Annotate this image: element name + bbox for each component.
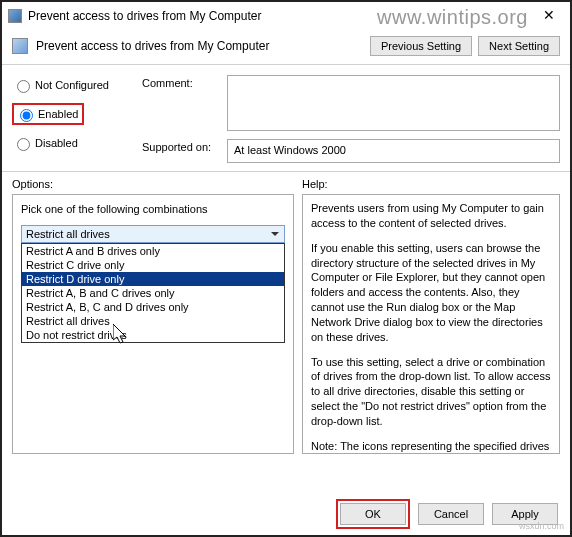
help-pane[interactable]: Prevents users from using My Computer to…	[302, 194, 560, 454]
close-button[interactable]: ✕	[532, 6, 566, 26]
drive-combo-option[interactable]: Restrict A, B and C drives only	[22, 286, 284, 300]
titlebar: Prevent access to drives from My Compute…	[2, 2, 570, 30]
radio-not-configured-label: Not Configured	[35, 79, 109, 91]
radio-group: Not Configured Enabled Disabled	[12, 75, 142, 163]
help-paragraph: Prevents users from using My Computer to…	[311, 201, 551, 231]
drive-combo-option[interactable]: Restrict C drive only	[22, 258, 284, 272]
drive-combo-option[interactable]: Restrict D drive only	[22, 272, 284, 286]
radio-disabled-input[interactable]	[17, 138, 30, 151]
supported-on-value: At least Windows 2000	[227, 139, 560, 163]
policy-icon	[12, 38, 28, 54]
drive-combo-list[interactable]: Restrict A and B drives onlyRestrict C d…	[21, 243, 285, 343]
drive-combo-option[interactable]: Do not restrict drives	[22, 328, 284, 342]
drive-combo-display[interactable]: Restrict all drives	[21, 225, 285, 243]
comment-textarea[interactable]	[227, 75, 560, 131]
options-prompt: Pick one of the following combinations	[21, 203, 285, 215]
drive-combo-option[interactable]: Restrict A and B drives only	[22, 244, 284, 258]
help-paragraph: Note: The icons representing the specifi…	[311, 439, 551, 454]
radio-enabled[interactable]: Enabled	[15, 106, 78, 122]
footer-buttons: OK Cancel Apply	[336, 499, 558, 529]
radio-enabled-label: Enabled	[38, 108, 78, 120]
ok-highlight-box: OK	[336, 499, 410, 529]
help-paragraph: To use this setting, select a drive or c…	[311, 355, 551, 429]
apply-button[interactable]: Apply	[492, 503, 558, 525]
window-title: Prevent access to drives from My Compute…	[28, 9, 532, 23]
radio-not-configured-input[interactable]	[17, 80, 30, 93]
radio-not-configured[interactable]: Not Configured	[12, 77, 142, 93]
window-icon	[8, 9, 22, 23]
enabled-highlight-box: Enabled	[12, 103, 84, 125]
options-pane: Pick one of the following combinations R…	[12, 194, 294, 454]
radio-disabled[interactable]: Disabled	[12, 135, 142, 151]
policy-title: Prevent access to drives from My Compute…	[36, 39, 364, 53]
help-paragraph: If you enable this setting, users can br…	[311, 241, 551, 345]
radio-disabled-label: Disabled	[35, 137, 78, 149]
drive-combo[interactable]: Restrict all drives Restrict A and B dri…	[21, 225, 285, 243]
radio-enabled-input[interactable]	[20, 109, 33, 122]
help-label: Help:	[302, 178, 560, 190]
options-label: Options:	[12, 178, 302, 190]
ok-button[interactable]: OK	[340, 503, 406, 525]
previous-setting-button[interactable]: Previous Setting	[370, 36, 472, 56]
drive-combo-option[interactable]: Restrict all drives	[22, 314, 284, 328]
next-setting-button[interactable]: Next Setting	[478, 36, 560, 56]
header-row: Prevent access to drives from My Compute…	[2, 30, 570, 65]
comment-label: Comment:	[142, 75, 227, 89]
drive-combo-option[interactable]: Restrict A, B, C and D drives only	[22, 300, 284, 314]
supported-on-label: Supported on:	[142, 139, 227, 153]
cancel-button[interactable]: Cancel	[418, 503, 484, 525]
